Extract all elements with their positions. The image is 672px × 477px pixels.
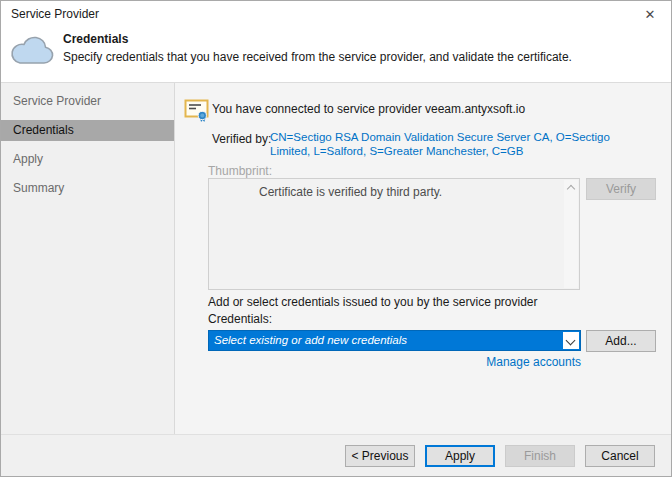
header-text: Credentials Specify credentials that you…: [63, 32, 661, 64]
step-title: Credentials: [63, 32, 661, 46]
window-title: Service Provider: [11, 7, 99, 21]
wizard-footer: < Previous Apply Finish Cancel: [1, 434, 671, 477]
credentials-dropdown[interactable]: Select existing or add new credentials: [208, 330, 581, 351]
verified-by-label: Verified by:: [212, 132, 271, 146]
thumbprint-label: Thumbprint:: [208, 164, 272, 178]
sidebar-item-credentials[interactable]: Credentials: [1, 120, 174, 141]
manage-accounts-link[interactable]: Manage accounts: [486, 355, 581, 369]
previous-button[interactable]: < Previous: [345, 445, 415, 467]
service-provider-wizard-window: Service Provider ✕ Credentials Specify c…: [0, 0, 672, 477]
scroll-up-icon: [567, 185, 575, 193]
wizard-header: Credentials Specify credentials that you…: [1, 27, 671, 83]
wizard-steps-sidebar: Service Provider Credentials Apply Summa…: [1, 83, 175, 434]
cancel-button[interactable]: Cancel: [585, 445, 655, 467]
dropdown-arrow-box[interactable]: [563, 332, 579, 349]
sidebar-item-service-provider[interactable]: Service Provider: [1, 91, 174, 112]
chevron-down-icon: [566, 336, 576, 346]
finish-button[interactable]: Finish: [505, 445, 575, 467]
add-select-hint: Add or select credentials issued to you …: [208, 295, 538, 309]
manage-accounts-row: Manage accounts: [208, 355, 581, 369]
certificate-icon: [184, 97, 211, 127]
certificate-subject-link[interactable]: CN=Sectigo RSA Domain Validation Secure …: [270, 130, 652, 158]
verify-button[interactable]: Verify: [586, 178, 656, 200]
step-description: Specify credentials that you have receiv…: [63, 50, 661, 64]
sidebar-item-summary[interactable]: Summary: [1, 178, 174, 199]
connected-message: You have connected to service provider v…: [212, 102, 525, 116]
credentials-dropdown-value: Select existing or add new credentials: [214, 331, 560, 350]
thumbprint-field: Certificate is verified by third party.: [208, 178, 580, 290]
titlebar: Service Provider ✕: [1, 1, 671, 27]
credentials-label: Credentials:: [208, 312, 272, 326]
wizard-body: Service Provider Credentials Apply Summa…: [1, 83, 671, 434]
sidebar-item-apply[interactable]: Apply: [1, 149, 174, 170]
close-icon[interactable]: ✕: [641, 6, 659, 24]
add-credentials-button[interactable]: Add...: [586, 330, 656, 352]
credentials-step-panel: You have connected to service provider v…: [175, 83, 671, 434]
thumbprint-value: Certificate is verified by third party.: [259, 185, 442, 199]
thumbprint-scrollbar[interactable]: [564, 180, 578, 288]
apply-button[interactable]: Apply: [425, 445, 495, 467]
cloud-icon: [8, 34, 56, 69]
